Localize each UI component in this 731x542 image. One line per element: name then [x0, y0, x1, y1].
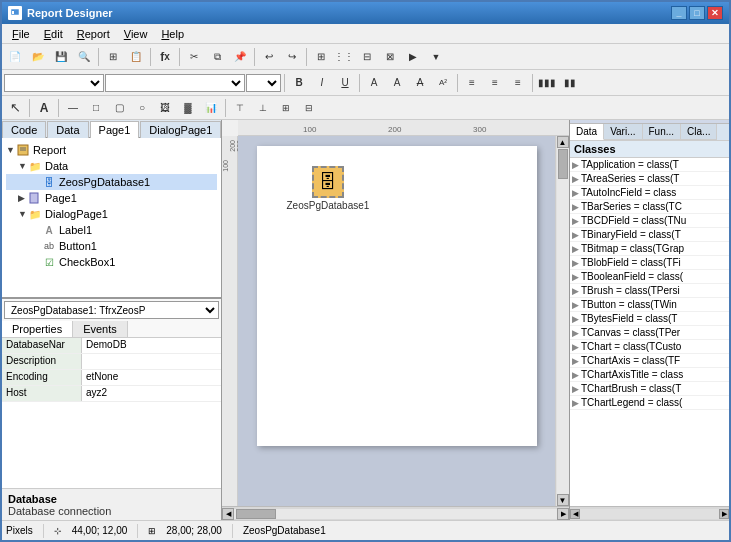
inspector-object-combo[interactable]: ZeosPgDatabase1: TfrxZeosP	[4, 301, 219, 319]
hscroll-left-button[interactable]: ◀	[222, 508, 234, 520]
right-item-5[interactable]: ▶ TBinaryField = class(T	[570, 228, 729, 242]
tree-item-data[interactable]: ▼ 📁 Data	[6, 158, 217, 174]
tree-item-dialog[interactable]: ▼ 📁 DialogPage1	[6, 206, 217, 222]
function-button[interactable]: fx	[154, 46, 176, 68]
grid2-button[interactable]: ⋮⋮	[333, 46, 355, 68]
menu-help[interactable]: Help	[155, 26, 190, 42]
highlight-button[interactable]: A	[386, 72, 408, 94]
menu-view[interactable]: View	[118, 26, 154, 42]
align-vcenter-button[interactable]: ⊞	[275, 97, 297, 119]
font-combo[interactable]	[4, 74, 104, 92]
tree-item-zeosdb[interactable]: 🗄 ZeosPgDatabase1	[6, 174, 217, 190]
strikeout-button[interactable]: A	[409, 72, 431, 94]
rect-button[interactable]: □	[85, 97, 107, 119]
hscroll-track[interactable]	[234, 509, 557, 519]
cut-button[interactable]: ✂	[183, 46, 205, 68]
font-color-button[interactable]: A	[363, 72, 385, 94]
undo-button[interactable]: ↩	[258, 46, 280, 68]
tree-item-label1[interactable]: A Label1	[6, 222, 217, 238]
align-right-button[interactable]: ≡	[507, 72, 529, 94]
superscript-button[interactable]: A²	[432, 72, 454, 94]
hscroll-thumb[interactable]	[236, 509, 276, 519]
italic-button[interactable]: I	[311, 72, 333, 94]
menu-edit[interactable]: Edit	[38, 26, 69, 42]
align-bottom-button[interactable]: ⊥	[252, 97, 274, 119]
align-left-button[interactable]: ≡	[461, 72, 483, 94]
right-item-9[interactable]: ▶ TBrush = class(TPersi	[570, 284, 729, 298]
right-scroll-track[interactable]	[580, 509, 719, 519]
right-item-0[interactable]: ▶ TApplication = class(T	[570, 158, 729, 172]
tab-properties[interactable]: Properties	[2, 321, 73, 337]
image-button[interactable]: 🖼	[154, 97, 176, 119]
paste-button[interactable]: 📋	[125, 46, 147, 68]
right-item-6[interactable]: ▶ TBitmap = class(TGrap	[570, 242, 729, 256]
close-button[interactable]: ✕	[707, 6, 723, 20]
bold-button[interactable]: B	[288, 72, 310, 94]
canvas-hscrollbar[interactable]: ◀ ▶	[222, 506, 569, 520]
tree-item-page1[interactable]: ▶ Page1	[6, 190, 217, 206]
copy-button[interactable]: ⊞	[102, 46, 124, 68]
right-item-1[interactable]: ▶ TAreaSeries = class(T	[570, 172, 729, 186]
minimize-button[interactable]: _	[671, 6, 687, 20]
maximize-button[interactable]: □	[689, 6, 705, 20]
vscroll-up-button[interactable]: ▲	[557, 136, 569, 148]
line-button[interactable]: —	[62, 97, 84, 119]
size-combo[interactable]	[246, 74, 281, 92]
right-item-11[interactable]: ▶ TBytesField = class(T	[570, 312, 729, 326]
run-button[interactable]: ▶	[402, 46, 424, 68]
underline-button[interactable]: U	[334, 72, 356, 94]
tab-events[interactable]: Events	[73, 321, 128, 337]
zoom2-button[interactable]: ⊠	[379, 46, 401, 68]
align-center-button[interactable]: ≡	[484, 72, 506, 94]
pointer-button[interactable]: ↖	[4, 97, 26, 119]
redo-button[interactable]: ↪	[281, 46, 303, 68]
right-item-16[interactable]: ▶ TChartBrush = class(T	[570, 382, 729, 396]
ellipse-button[interactable]: ○	[131, 97, 153, 119]
zoom-button[interactable]: ⊟	[356, 46, 378, 68]
right-item-15[interactable]: ▶ TChartAxisTitle = class	[570, 368, 729, 382]
roundrect-button[interactable]: ▢	[108, 97, 130, 119]
right-item-13[interactable]: ▶ TChart = class(TCusto	[570, 340, 729, 354]
vscroll-track[interactable]	[557, 148, 569, 494]
style-combo[interactable]	[105, 74, 245, 92]
right-item-12[interactable]: ▶ TCanvas = class(TPer	[570, 326, 729, 340]
paste2-button[interactable]: 📌	[229, 46, 251, 68]
save-button[interactable]: 💾	[50, 46, 72, 68]
right-item-4[interactable]: ▶ TBCDField = class(TNu	[570, 214, 729, 228]
distribute-button[interactable]: ⊟	[298, 97, 320, 119]
right-tab-cla[interactable]: Cla...	[681, 124, 717, 140]
right-item-17[interactable]: ▶ TChartLegend = class(	[570, 396, 729, 410]
tab-code[interactable]: Code	[2, 121, 46, 138]
tree-item-button1[interactable]: ab Button1	[6, 238, 217, 254]
barcode-button[interactable]: ▓	[177, 97, 199, 119]
more-button[interactable]: ▼	[425, 46, 447, 68]
right-item-7[interactable]: ▶ TBlobField = class(TFi	[570, 256, 729, 270]
right-item-8[interactable]: ▶ TBooleanField = class(	[570, 270, 729, 284]
text-button[interactable]: A	[33, 97, 55, 119]
new-button[interactable]: 📄	[4, 46, 26, 68]
tab-dialogpage1[interactable]: DialogPage1	[140, 121, 221, 138]
right-scroll-right[interactable]: ▶	[719, 509, 729, 519]
tab-data[interactable]: Data	[47, 121, 88, 138]
print-preview-button[interactable]: 🔍	[73, 46, 95, 68]
right-scroll-left[interactable]: ◀	[570, 509, 580, 519]
right-tab-data[interactable]: Data	[570, 124, 604, 140]
right-item-14[interactable]: ▶ TChartAxis = class(TF	[570, 354, 729, 368]
right-hscrollbar[interactable]: ◀ ▶	[570, 506, 729, 520]
open-button[interactable]: 📂	[27, 46, 49, 68]
right-tab-vari[interactable]: Vari...	[604, 124, 642, 140]
tab-page1[interactable]: Page1	[90, 121, 140, 138]
bar-chart-button[interactable]: ▮▮▮	[536, 72, 558, 94]
right-item-3[interactable]: ▶ TBarSeries = class(TC	[570, 200, 729, 214]
canvas-component-zeosdb[interactable]: 🗄 ZeosPgDatabase1	[287, 166, 370, 211]
prop-val-dbname[interactable]: DemoDB	[82, 338, 221, 353]
copy2-button[interactable]: ⧉	[206, 46, 228, 68]
vscroll-down-button[interactable]: ▼	[557, 494, 569, 506]
hscroll-right-button[interactable]: ▶	[557, 508, 569, 520]
prop-val-host[interactable]: ayz2	[82, 386, 221, 401]
tree-item-report[interactable]: ▼ Report	[6, 142, 217, 158]
grid-button[interactable]: ⊞	[310, 46, 332, 68]
right-item-2[interactable]: ▶ TAutoIncField = class	[570, 186, 729, 200]
chart-tool-button[interactable]: 📊	[200, 97, 222, 119]
menu-report[interactable]: Report	[71, 26, 116, 42]
